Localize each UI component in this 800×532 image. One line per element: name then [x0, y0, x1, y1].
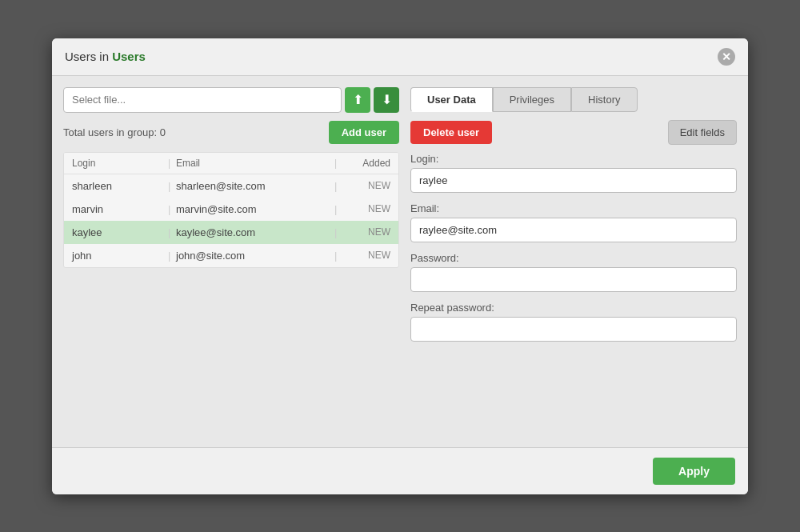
repeat-password-group: Repeat password:	[410, 302, 737, 342]
repeat-password-label: Repeat password:	[410, 302, 737, 314]
tabs-row: User Data Privileges History	[410, 87, 737, 112]
col-header-added: Added	[342, 158, 390, 169]
login-label: Login:	[410, 153, 737, 165]
add-user-button[interactable]: Add user	[329, 121, 399, 144]
password-label: Password:	[410, 252, 737, 264]
repeat-password-input[interactable]	[410, 317, 737, 342]
password-group: Password:	[410, 252, 737, 292]
tab-history[interactable]: History	[571, 87, 637, 112]
col-header-login: Login	[72, 158, 168, 169]
col-header-email: Email	[176, 158, 334, 169]
edit-fields-button[interactable]: Edit fields	[668, 120, 737, 145]
file-select-row: ⬆ ⬇	[63, 87, 399, 113]
table-row[interactable]: sharleen | sharleen@site.com | NEW	[64, 174, 398, 198]
apply-button[interactable]: Apply	[653, 458, 735, 485]
modal-dialog: Users in Users ✕ ⬆ ⬇ Total users in grou…	[52, 38, 748, 494]
email-input[interactable]	[410, 218, 737, 242]
modal-title: Users in Users	[65, 50, 146, 63]
user-table: Login | Email | Added sharleen | sharlee…	[63, 152, 399, 268]
table-row[interactable]: kaylee | kaylee@site.com | NEW	[64, 221, 398, 244]
modal-body: ⬆ ⬇ Total users in group: 0 Add user Log…	[52, 76, 748, 447]
users-info-row: Total users in group: 0 Add user	[63, 121, 399, 144]
login-input[interactable]	[410, 168, 737, 193]
table-row[interactable]: john | john@site.com | NEW	[64, 244, 398, 267]
login-group: Login:	[410, 153, 737, 193]
close-button[interactable]: ✕	[718, 48, 735, 66]
modal-header: Users in Users ✕	[52, 38, 748, 76]
table-row[interactable]: marvin | marvin@site.com | NEW	[64, 198, 398, 221]
table-header: Login | Email | Added	[64, 153, 398, 174]
total-users-label: Total users in group: 0	[63, 126, 166, 138]
modal-footer: Apply	[52, 447, 748, 494]
upload-icon: ⬆	[353, 92, 363, 107]
download-icon: ⬇	[382, 92, 392, 107]
email-group: Email:	[410, 202, 737, 242]
left-panel: ⬆ ⬇ Total users in group: 0 Add user Log…	[63, 87, 399, 436]
tab-user-data[interactable]: User Data	[410, 87, 493, 112]
tab-privileges[interactable]: Privileges	[493, 87, 571, 112]
title-group: Users	[112, 50, 146, 63]
download-button[interactable]: ⬇	[374, 87, 399, 113]
right-panel: User Data Privileges History Delete user…	[410, 87, 737, 436]
user-form: Login: Email: Password: Repeat password:	[410, 153, 737, 342]
title-prefix: Users in	[65, 50, 112, 63]
password-input[interactable]	[410, 267, 737, 292]
email-label: Email:	[410, 202, 737, 214]
delete-user-button[interactable]: Delete user	[410, 121, 492, 144]
actions-row: Delete user Edit fields	[410, 120, 737, 145]
upload-button[interactable]: ⬆	[345, 87, 370, 113]
file-select-input[interactable]	[63, 87, 342, 113]
